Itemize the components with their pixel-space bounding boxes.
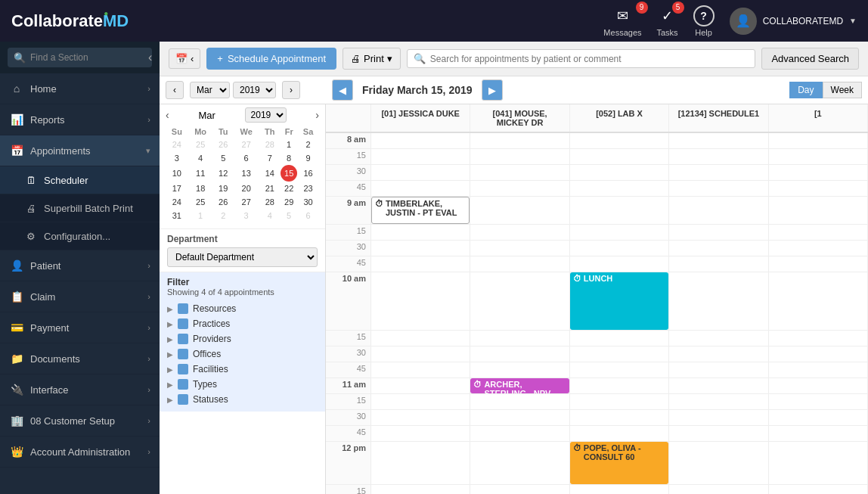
- grid-cell[interactable]: [570, 378, 669, 393]
- mini-cal-day[interactable]: 25: [188, 138, 213, 151]
- calendar-toggle-button[interactable]: 📅 ‹: [169, 48, 200, 69]
- grid-cell[interactable]: [470, 442, 569, 484]
- grid-cell[interactable]: [669, 225, 768, 240]
- filter-item-offices[interactable]: ▶ Offices: [167, 346, 318, 362]
- department-select[interactable]: Default Department: [167, 247, 318, 267]
- sidebar-item-scheduler[interactable]: 🗓 Scheduler: [0, 166, 160, 194]
- sidebar-item-account-admin[interactable]: 👑 Account Administration ›: [0, 437, 160, 468]
- sidebar-item-home[interactable]: ⌂ Home ›: [0, 73, 160, 104]
- mini-cal-day[interactable]: 5: [281, 209, 297, 222]
- grid-cell[interactable]: [570, 181, 669, 196]
- mini-cal-day[interactable]: 22: [281, 182, 297, 195]
- grid-cell[interactable]: [371, 362, 470, 377]
- grid-cell[interactable]: [769, 165, 868, 180]
- grid-cell[interactable]: [570, 331, 669, 346]
- grid-cell[interactable]: [470, 362, 569, 377]
- grid-cell[interactable]: [669, 410, 768, 425]
- appointment-lunch[interactable]: ⏱ LUNCH: [570, 272, 668, 330]
- sidebar-item-payment[interactable]: 💳 Payment ›: [0, 312, 160, 343]
- sidebar-item-documents[interactable]: 📁 Documents ›: [0, 343, 160, 374]
- grid-cell[interactable]: [470, 394, 569, 409]
- year-select[interactable]: 201920182020: [233, 82, 276, 98]
- grid-cell[interactable]: [769, 394, 868, 409]
- logo[interactable]: CollaborateMD ●: [11, 11, 137, 31]
- sidebar-item-reports[interactable]: 📊 Reports ›: [0, 104, 160, 135]
- filter-item-statuses[interactable]: ▶ Statuses: [167, 392, 318, 407]
- grid-cell[interactable]: [769, 181, 868, 196]
- appointment-timberlake[interactable]: ⏱ TIMBERLAKE, JUSTIN - PT EVAL: [371, 197, 470, 224]
- sidebar-item-appointments[interactable]: 📅 Appointments ▾: [0, 135, 160, 166]
- month-select[interactable]: MarJanFeb AprMay: [190, 82, 230, 98]
- grid-cell[interactable]: [570, 426, 669, 441]
- mini-cal-day[interactable]: 23: [297, 182, 319, 195]
- grid-cell[interactable]: [470, 241, 569, 256]
- grid-cell[interactable]: [470, 133, 569, 148]
- mini-cal-day[interactable]: 1: [281, 138, 297, 151]
- mini-cal-day[interactable]: 19: [213, 182, 234, 195]
- grid-cell[interactable]: [371, 256, 470, 272]
- grid-cell[interactable]: [669, 378, 768, 393]
- mini-cal-day[interactable]: 12: [213, 165, 234, 182]
- grid-cell[interactable]: [769, 378, 868, 393]
- grid-cell[interactable]: [470, 485, 569, 494]
- grid-cell[interactable]: [470, 181, 569, 196]
- schedule-prev-day-button[interactable]: ◀: [332, 79, 353, 101]
- mini-cal-day[interactable]: 13: [234, 165, 259, 182]
- filter-item-providers[interactable]: ▶ Providers: [167, 331, 318, 346]
- sidebar-item-configuration[interactable]: ⚙ Configuration...: [0, 222, 160, 250]
- grid-cell[interactable]: [371, 331, 470, 346]
- grid-cell[interactable]: [470, 256, 569, 272]
- mini-cal-day[interactable]: 5: [213, 151, 234, 165]
- mini-cal-day[interactable]: 28: [259, 138, 281, 151]
- grid-cell[interactable]: [669, 197, 768, 224]
- grid-cell[interactable]: [769, 331, 868, 346]
- grid-cell[interactable]: [769, 485, 868, 494]
- mini-cal-today[interactable]: 15: [281, 165, 297, 182]
- grid-cell[interactable]: [371, 378, 470, 393]
- filter-item-resources[interactable]: ▶ Resources: [167, 301, 318, 316]
- mini-cal-day[interactable]: 2: [297, 138, 319, 151]
- mini-cal-day[interactable]: 8: [281, 151, 297, 165]
- mini-cal-day[interactable]: 11: [188, 165, 213, 182]
- mini-cal-day[interactable]: 2: [213, 209, 234, 222]
- grid-cell[interactable]: [769, 346, 868, 362]
- mini-cal-day[interactable]: 14: [259, 165, 281, 182]
- schedule-appointment-button[interactable]: + Schedule Appointment: [206, 48, 336, 70]
- grid-cell[interactable]: [669, 149, 768, 164]
- grid-cell[interactable]: [669, 362, 768, 377]
- mini-cal-day[interactable]: 9: [297, 151, 319, 165]
- mini-cal-day[interactable]: 21: [259, 182, 281, 195]
- mini-cal-next-button[interactable]: ›: [315, 109, 319, 121]
- cal-prev-button[interactable]: ‹: [166, 81, 184, 99]
- mini-cal-day[interactable]: 24: [166, 138, 188, 151]
- grid-cell[interactable]: [769, 197, 868, 224]
- mini-cal-day[interactable]: 25: [188, 195, 213, 209]
- user-profile-button[interactable]: 👤 COLLABORATEMD ▼: [730, 8, 857, 35]
- grid-cell[interactable]: [371, 410, 470, 425]
- mini-cal-day[interactable]: 3: [166, 151, 188, 165]
- appointment-archer[interactable]: ⏱ ARCHER, STERLING - NPV: [470, 378, 569, 393]
- mini-cal-day[interactable]: 27: [234, 195, 259, 209]
- grid-cell[interactable]: [470, 272, 569, 330]
- grid-cell[interactable]: [570, 362, 669, 377]
- filter-item-types[interactable]: ▶ Types: [167, 377, 318, 392]
- advanced-search-button[interactable]: Advanced Search: [761, 48, 859, 70]
- grid-cell[interactable]: [371, 394, 470, 409]
- mini-cal-day[interactable]: 1: [188, 209, 213, 222]
- grid-cell[interactable]: [470, 346, 569, 362]
- grid-cell[interactable]: [769, 442, 868, 484]
- schedule-next-day-button[interactable]: ▶: [482, 79, 503, 101]
- mini-cal-day[interactable]: 26: [213, 195, 234, 209]
- grid-cell[interactable]: [470, 149, 569, 164]
- mini-cal-prev-button[interactable]: ‹: [166, 109, 169, 121]
- grid-cell-labx-12pm[interactable]: ⏱ POPE, OLIVA - CONSULT 60: [570, 442, 669, 484]
- grid-cell[interactable]: [371, 165, 470, 180]
- grid-cell[interactable]: [570, 346, 669, 362]
- sidebar-item-patient[interactable]: 👤 Patient ›: [0, 250, 160, 281]
- grid-cell[interactable]: [769, 256, 868, 272]
- mini-cal-day[interactable]: 3: [234, 209, 259, 222]
- grid-cell[interactable]: [570, 165, 669, 180]
- grid-cell[interactable]: [669, 272, 768, 330]
- grid-cell[interactable]: [669, 181, 768, 196]
- tasks-button[interactable]: ✓ 5 Tasks: [657, 5, 678, 37]
